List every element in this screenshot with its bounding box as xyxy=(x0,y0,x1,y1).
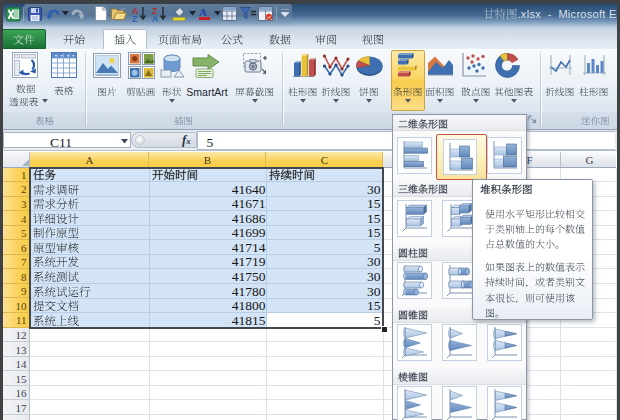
svg-text:Z: Z xyxy=(132,14,137,23)
svg-text:A: A xyxy=(199,6,207,18)
svg-text:A: A xyxy=(152,14,158,23)
